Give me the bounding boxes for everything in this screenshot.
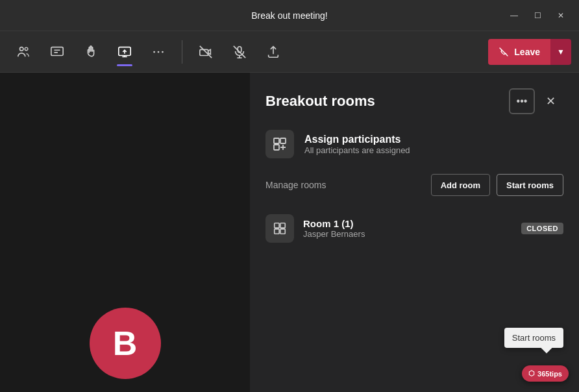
more-button[interactable] <box>143 36 174 67</box>
people-button[interactable] <box>8 36 39 67</box>
panel-close-button[interactable]: ✕ <box>537 88 563 114</box>
avatar: B <box>90 308 161 379</box>
main-area: B Breakout rooms ••• ✕ Assign p <box>0 73 579 392</box>
svg-rect-17 <box>275 223 279 228</box>
leave-button[interactable]: Leave <box>488 39 550 65</box>
chat-icon <box>50 45 64 59</box>
panel-title: Breakout rooms <box>265 93 375 110</box>
start-rooms-tooltip: Start rooms <box>504 328 563 348</box>
tips-badge[interactable]: ⬡ 365tips <box>522 365 569 382</box>
leave-group: Leave ▼ <box>488 39 571 65</box>
svg-point-5 <box>158 51 160 53</box>
svg-line-8 <box>200 45 212 57</box>
window-controls: — ☐ ✕ <box>504 5 571 26</box>
svg-point-4 <box>153 51 155 53</box>
title-bar: Break out meeting! — ☐ ✕ <box>0 0 579 31</box>
upload-button[interactable] <box>258 36 289 67</box>
start-rooms-button[interactable]: Start rooms <box>497 174 563 196</box>
assign-title: Assign participants <box>304 134 410 145</box>
assign-text: Assign participants All participants are… <box>304 134 410 155</box>
room-item: Room 1 (1) Jasper Bernaers CLOSED <box>265 209 563 248</box>
closed-badge: CLOSED <box>521 223 563 234</box>
camera-button[interactable] <box>190 36 221 67</box>
people-icon <box>16 45 31 59</box>
toolbar: Leave ▼ <box>0 31 579 73</box>
window-title: Break out meeting! <box>251 10 328 21</box>
breakout-panel: Breakout rooms ••• ✕ Assign participants… <box>250 73 579 392</box>
svg-rect-14 <box>274 138 279 143</box>
mic-off-icon <box>232 45 247 59</box>
manage-row: Manage rooms Add room Start rooms <box>265 174 563 196</box>
share-screen-icon <box>117 45 132 59</box>
share-screen-button[interactable] <box>109 36 140 67</box>
assign-subtitle: All participants are assigned <box>304 145 410 155</box>
room-icon <box>265 214 294 243</box>
svg-rect-18 <box>280 223 285 228</box>
maximize-button[interactable]: ☐ <box>527 5 548 26</box>
svg-point-0 <box>20 47 24 51</box>
assign-section: Assign participants All participants are… <box>265 130 563 158</box>
phone-icon <box>499 47 509 57</box>
svg-point-1 <box>25 47 28 51</box>
toolbar-divider <box>182 40 182 64</box>
room-info: Room 1 (1) Jasper Bernaers <box>303 218 512 239</box>
room-name: Room 1 (1) <box>303 218 512 229</box>
leave-chevron-button[interactable]: ▼ <box>550 39 571 65</box>
svg-rect-2 <box>51 47 63 55</box>
upload-icon <box>266 45 280 59</box>
svg-rect-16 <box>274 145 279 150</box>
minimize-button[interactable]: — <box>504 5 524 26</box>
close-button[interactable]: ✕ <box>550 5 571 26</box>
chat-button[interactable] <box>42 36 73 67</box>
room-host: Jasper Bernaers <box>303 229 512 239</box>
svg-rect-15 <box>280 138 286 143</box>
office-icon: ⬡ <box>528 369 535 378</box>
manage-label: Manage rooms <box>265 180 425 190</box>
raise-hand-icon <box>84 45 98 59</box>
panel-header: Breakout rooms ••• ✕ <box>265 88 563 114</box>
raise-hand-button[interactable] <box>75 36 106 67</box>
assign-icon <box>265 130 294 158</box>
mic-button[interactable] <box>224 36 255 67</box>
svg-point-6 <box>162 51 164 53</box>
video-panel: B <box>0 73 250 392</box>
panel-more-button[interactable]: ••• <box>509 88 535 114</box>
svg-rect-20 <box>280 229 285 234</box>
svg-rect-19 <box>275 229 279 234</box>
more-icon <box>151 45 166 59</box>
camera-off-icon <box>199 45 213 59</box>
add-room-button[interactable]: Add room <box>431 174 490 196</box>
panel-header-actions: ••• ✕ <box>509 88 563 114</box>
